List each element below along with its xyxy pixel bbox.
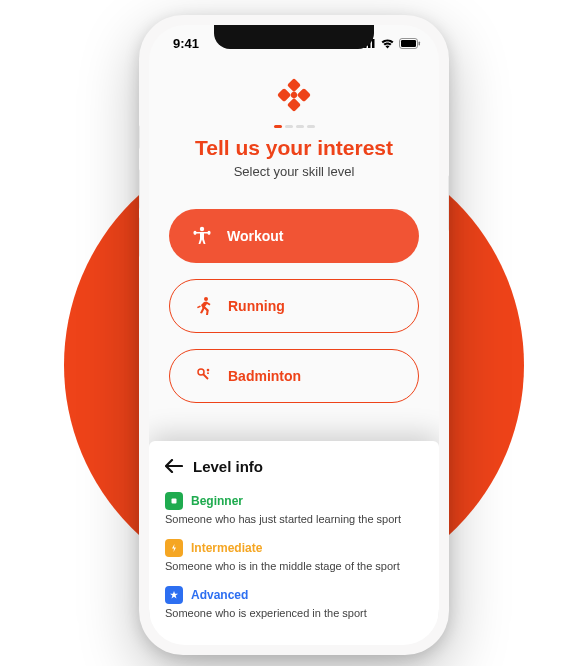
option-label: Workout <box>227 228 284 244</box>
badminton-icon <box>192 365 214 387</box>
progress-dot-2 <box>285 125 293 128</box>
level-intermediate: Intermediate Someone who is in the middl… <box>165 539 423 572</box>
svg-line-18 <box>203 374 208 379</box>
sheet-title: Level info <box>193 458 263 475</box>
phone-power-button <box>448 175 449 231</box>
status-time: 9:41 <box>173 36 199 51</box>
svg-point-14 <box>193 231 196 235</box>
phone-notch <box>214 25 374 49</box>
option-label: Running <box>228 298 285 314</box>
dumbbell-icon <box>191 225 213 247</box>
phone-volume-up <box>139 169 140 209</box>
level-name: Beginner <box>191 494 243 508</box>
bolt-icon <box>165 539 183 557</box>
phone-silence-switch <box>139 125 140 149</box>
square-icon <box>165 492 183 510</box>
level-info-sheet: Level info Beginner Someone who has just… <box>149 441 439 645</box>
sheet-header: Level info <box>165 455 423 478</box>
progress-dot-3 <box>296 125 304 128</box>
app-logo <box>169 75 419 115</box>
svg-rect-3 <box>372 39 375 48</box>
svg-rect-6 <box>419 41 421 45</box>
phone-screen: 9:41 <box>149 25 439 645</box>
svg-point-15 <box>207 231 210 235</box>
page-title: Tell us your interest <box>169 136 419 160</box>
svg-rect-20 <box>172 499 177 504</box>
option-workout[interactable]: Workout <box>169 209 419 263</box>
battery-icon <box>399 38 421 49</box>
svg-rect-10 <box>287 98 301 112</box>
star-icon <box>165 586 183 604</box>
option-running[interactable]: Running <box>169 279 419 333</box>
level-name: Advanced <box>191 588 248 602</box>
svg-point-19 <box>207 369 210 372</box>
svg-point-16 <box>204 297 208 301</box>
svg-rect-5 <box>401 40 416 47</box>
wifi-icon <box>380 38 395 49</box>
progress-dot-4 <box>307 125 315 128</box>
level-desc: Someone who is experienced in the sport <box>165 607 423 619</box>
interest-options: Workout Running <box>169 209 419 403</box>
svg-rect-8 <box>297 88 311 102</box>
level-beginner: Beginner Someone who has just started le… <box>165 492 423 525</box>
progress-dot-1 <box>274 125 282 128</box>
page-subtitle: Select your skill level <box>169 164 419 179</box>
phone-frame: 9:41 <box>139 15 449 655</box>
main-content: Tell us your interest Select your skill … <box>149 61 439 403</box>
option-badminton[interactable]: Badminton <box>169 349 419 403</box>
level-desc: Someone who has just started learning th… <box>165 513 423 525</box>
phone-volume-down <box>139 217 140 257</box>
level-name: Intermediate <box>191 541 262 555</box>
back-arrow-icon[interactable] <box>165 455 183 478</box>
svg-rect-9 <box>277 88 291 102</box>
runner-icon <box>192 295 214 317</box>
progress-dots <box>169 125 419 128</box>
level-advanced: Advanced Someone who is experienced in t… <box>165 586 423 619</box>
svg-rect-7 <box>287 78 301 92</box>
option-label: Badminton <box>228 368 301 384</box>
svg-point-12 <box>200 227 204 231</box>
svg-point-11 <box>289 90 298 99</box>
level-desc: Someone who is in the middle stage of th… <box>165 560 423 572</box>
